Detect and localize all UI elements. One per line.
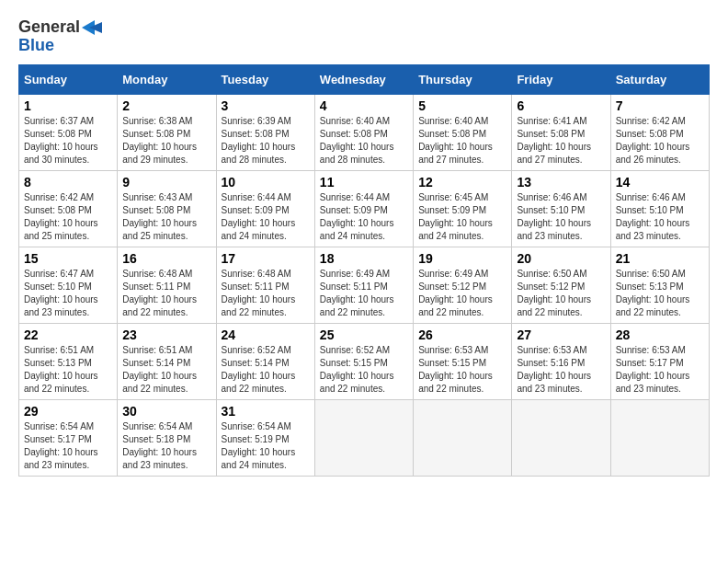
col-header-friday: Friday — [512, 64, 610, 94]
day-number: 6 — [517, 98, 605, 113]
day-number: 12 — [418, 175, 506, 190]
calendar-cell: 28Sunrise: 6:53 AMSunset: 5:17 PMDayligh… — [610, 323, 709, 399]
day-number: 2 — [122, 98, 210, 113]
day-info: Sunrise: 6:37 AMSunset: 5:08 PMDaylight:… — [24, 116, 98, 165]
calendar-cell: 1Sunrise: 6:37 AMSunset: 5:08 PMDaylight… — [19, 94, 118, 170]
day-info: Sunrise: 6:46 AMSunset: 5:10 PMDaylight:… — [517, 192, 591, 241]
day-info: Sunrise: 6:52 AMSunset: 5:14 PMDaylight:… — [222, 345, 296, 394]
calendar-cell: 2Sunrise: 6:38 AMSunset: 5:08 PMDaylight… — [118, 94, 216, 170]
logo-general: General — [18, 18, 80, 37]
day-number: 22 — [24, 327, 112, 342]
day-info: Sunrise: 6:43 AMSunset: 5:08 PMDaylight:… — [122, 192, 197, 241]
logo-bird-icon — [82, 20, 102, 35]
col-header-tuesday: Tuesday — [216, 64, 314, 94]
calendar-cell: 20Sunrise: 6:50 AMSunset: 5:12 PMDayligh… — [512, 247, 610, 323]
calendar-cell: 24Sunrise: 6:52 AMSunset: 5:14 PMDayligh… — [216, 323, 314, 399]
col-header-saturday: Saturday — [610, 64, 709, 94]
week-row-2: 15Sunrise: 6:47 AMSunset: 5:10 PMDayligh… — [19, 247, 710, 323]
day-info: Sunrise: 6:48 AMSunset: 5:11 PMDaylight:… — [122, 269, 197, 317]
day-info: Sunrise: 6:49 AMSunset: 5:11 PMDaylight:… — [320, 269, 394, 317]
calendar-cell — [512, 399, 610, 476]
day-number: 26 — [418, 327, 506, 342]
calendar-cell: 15Sunrise: 6:47 AMSunset: 5:10 PMDayligh… — [19, 247, 118, 323]
day-number: 31 — [222, 404, 310, 419]
col-header-monday: Monday — [118, 64, 216, 94]
calendar-cell: 26Sunrise: 6:53 AMSunset: 5:15 PMDayligh… — [414, 323, 512, 399]
week-row-0: 1Sunrise: 6:37 AMSunset: 5:08 PMDaylight… — [19, 94, 710, 170]
week-row-4: 29Sunrise: 6:54 AMSunset: 5:17 PMDayligh… — [19, 399, 710, 476]
calendar-cell: 25Sunrise: 6:52 AMSunset: 5:15 PMDayligh… — [314, 323, 413, 399]
day-number: 19 — [418, 251, 506, 266]
calendar-cell: 11Sunrise: 6:44 AMSunset: 5:09 PMDayligh… — [314, 170, 413, 247]
calendar-cell: 22Sunrise: 6:51 AMSunset: 5:13 PMDayligh… — [19, 323, 118, 399]
day-info: Sunrise: 6:53 AMSunset: 5:15 PMDaylight:… — [418, 345, 493, 394]
day-info: Sunrise: 6:39 AMSunset: 5:08 PMDaylight:… — [222, 116, 296, 165]
calendar-cell: 13Sunrise: 6:46 AMSunset: 5:10 PMDayligh… — [512, 170, 610, 247]
calendar-cell: 8Sunrise: 6:42 AMSunset: 5:08 PMDaylight… — [19, 170, 118, 247]
day-number: 16 — [122, 251, 210, 266]
day-number: 23 — [122, 327, 210, 342]
day-info: Sunrise: 6:51 AMSunset: 5:14 PMDaylight:… — [122, 345, 197, 394]
day-info: Sunrise: 6:41 AMSunset: 5:08 PMDaylight:… — [517, 116, 591, 165]
day-info: Sunrise: 6:40 AMSunset: 5:08 PMDaylight:… — [320, 116, 394, 165]
week-row-1: 8Sunrise: 6:42 AMSunset: 5:08 PMDaylight… — [19, 170, 710, 247]
day-number: 1 — [24, 98, 112, 113]
calendar-cell: 4Sunrise: 6:40 AMSunset: 5:08 PMDaylight… — [314, 94, 413, 170]
calendar-cell: 17Sunrise: 6:48 AMSunset: 5:11 PMDayligh… — [216, 247, 314, 323]
day-number: 17 — [222, 251, 310, 266]
day-info: Sunrise: 6:42 AMSunset: 5:08 PMDaylight:… — [24, 192, 98, 241]
header: General Blue — [18, 18, 710, 55]
week-row-3: 22Sunrise: 6:51 AMSunset: 5:13 PMDayligh… — [19, 323, 710, 399]
calendar-cell: 27Sunrise: 6:53 AMSunset: 5:16 PMDayligh… — [512, 323, 610, 399]
calendar-cell: 23Sunrise: 6:51 AMSunset: 5:14 PMDayligh… — [118, 323, 216, 399]
day-info: Sunrise: 6:40 AMSunset: 5:08 PMDaylight:… — [418, 116, 493, 165]
calendar-cell: 16Sunrise: 6:48 AMSunset: 5:11 PMDayligh… — [118, 247, 216, 323]
day-info: Sunrise: 6:54 AMSunset: 5:18 PMDaylight:… — [122, 421, 197, 470]
calendar-cell: 3Sunrise: 6:39 AMSunset: 5:08 PMDaylight… — [216, 94, 314, 170]
day-info: Sunrise: 6:53 AMSunset: 5:16 PMDaylight:… — [517, 345, 591, 394]
day-info: Sunrise: 6:47 AMSunset: 5:10 PMDaylight:… — [24, 269, 98, 317]
day-info: Sunrise: 6:54 AMSunset: 5:19 PMDaylight:… — [222, 421, 296, 470]
day-number: 21 — [616, 251, 704, 266]
day-info: Sunrise: 6:48 AMSunset: 5:11 PMDaylight:… — [222, 269, 296, 317]
calendar-cell: 29Sunrise: 6:54 AMSunset: 5:17 PMDayligh… — [19, 399, 118, 476]
day-number: 7 — [616, 98, 704, 113]
calendar-cell: 14Sunrise: 6:46 AMSunset: 5:10 PMDayligh… — [610, 170, 709, 247]
day-number: 3 — [222, 98, 310, 113]
day-info: Sunrise: 6:54 AMSunset: 5:17 PMDaylight:… — [24, 421, 98, 470]
calendar-cell — [314, 399, 413, 476]
day-info: Sunrise: 6:49 AMSunset: 5:12 PMDaylight:… — [418, 269, 493, 317]
calendar-cell: 19Sunrise: 6:49 AMSunset: 5:12 PMDayligh… — [414, 247, 512, 323]
day-info: Sunrise: 6:53 AMSunset: 5:17 PMDaylight:… — [616, 345, 690, 394]
day-info: Sunrise: 6:51 AMSunset: 5:13 PMDaylight:… — [24, 345, 98, 394]
day-info: Sunrise: 6:50 AMSunset: 5:13 PMDaylight:… — [616, 269, 690, 317]
day-info: Sunrise: 6:38 AMSunset: 5:08 PMDaylight:… — [122, 116, 197, 165]
logo: General Blue — [18, 18, 102, 55]
calendar-cell: 18Sunrise: 6:49 AMSunset: 5:11 PMDayligh… — [314, 247, 413, 323]
calendar-cell: 6Sunrise: 6:41 AMSunset: 5:08 PMDaylight… — [512, 94, 610, 170]
col-header-wednesday: Wednesday — [314, 64, 413, 94]
day-number: 14 — [616, 175, 704, 190]
day-number: 9 — [122, 175, 210, 190]
header-row: SundayMondayTuesdayWednesdayThursdayFrid… — [19, 64, 710, 94]
day-number: 4 — [320, 98, 408, 113]
day-number: 13 — [517, 175, 605, 190]
day-info: Sunrise: 6:44 AMSunset: 5:09 PMDaylight:… — [222, 192, 296, 241]
day-number: 10 — [222, 175, 310, 190]
logo-text-block: General Blue — [18, 18, 102, 55]
day-number: 29 — [24, 404, 112, 419]
calendar-cell: 5Sunrise: 6:40 AMSunset: 5:08 PMDaylight… — [414, 94, 512, 170]
col-header-thursday: Thursday — [414, 64, 512, 94]
calendar-cell: 10Sunrise: 6:44 AMSunset: 5:09 PMDayligh… — [216, 170, 314, 247]
day-number: 11 — [320, 175, 408, 190]
day-info: Sunrise: 6:45 AMSunset: 5:09 PMDaylight:… — [418, 192, 493, 241]
logo-blue: Blue — [18, 37, 54, 55]
day-info: Sunrise: 6:52 AMSunset: 5:15 PMDaylight:… — [320, 345, 394, 394]
col-header-sunday: Sunday — [19, 64, 118, 94]
calendar-cell — [414, 399, 512, 476]
day-number: 8 — [24, 175, 112, 190]
day-number: 24 — [222, 327, 310, 342]
calendar-cell: 21Sunrise: 6:50 AMSunset: 5:13 PMDayligh… — [610, 247, 709, 323]
day-info: Sunrise: 6:46 AMSunset: 5:10 PMDaylight:… — [616, 192, 690, 241]
day-number: 5 — [418, 98, 506, 113]
